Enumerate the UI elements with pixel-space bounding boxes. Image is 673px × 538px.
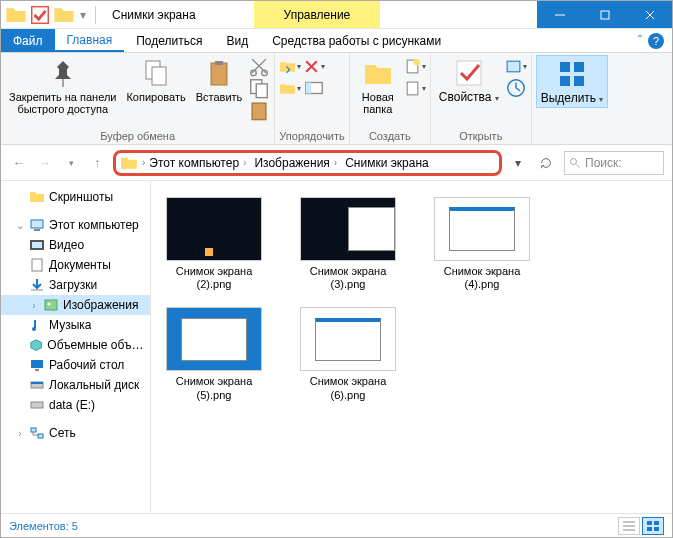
delete-icon[interactable]: ▾ xyxy=(303,55,325,77)
tree-item-data-e[interactable]: data (E:) xyxy=(1,395,150,415)
thumbnail xyxy=(300,307,396,371)
svg-point-30 xyxy=(48,303,51,306)
folder-icon[interactable] xyxy=(5,4,27,26)
folder-icon[interactable] xyxy=(53,4,75,26)
tree-item-local-disk[interactable]: Локальный диск xyxy=(1,375,150,395)
refresh-button[interactable] xyxy=(534,151,558,175)
image-icon xyxy=(43,297,59,313)
rename-icon[interactable] xyxy=(303,77,325,99)
minimize-button[interactable] xyxy=(537,1,582,28)
collapse-ribbon-icon[interactable]: ˆ xyxy=(638,34,642,48)
file-item[interactable]: Снимок экрана (5).png xyxy=(159,307,269,401)
svg-rect-1 xyxy=(601,11,609,19)
recent-locations-icon[interactable]: ▾ xyxy=(61,153,81,173)
download-icon xyxy=(29,277,45,293)
body: Скриншоты ⌄Этот компьютер Видео Документ… xyxy=(1,181,672,513)
ribbon-group-open: Свойства ▾ ▾ Открыть xyxy=(431,53,532,144)
tree-item-this-pc[interactable]: ⌄Этот компьютер xyxy=(1,215,150,235)
status-bar: Элементов: 5 xyxy=(1,513,672,537)
qat-item[interactable] xyxy=(29,4,51,26)
back-button[interactable]: ← xyxy=(9,153,29,173)
cut-icon[interactable] xyxy=(248,55,270,77)
select-all-icon xyxy=(556,58,588,90)
svg-rect-33 xyxy=(35,369,39,371)
paste-button[interactable]: Вставить xyxy=(192,55,247,105)
svg-rect-32 xyxy=(31,360,43,368)
svg-rect-25 xyxy=(34,229,40,231)
svg-point-23 xyxy=(571,158,577,164)
pc-icon xyxy=(29,217,45,233)
cube-icon xyxy=(29,337,43,353)
maximize-button[interactable] xyxy=(582,1,627,28)
pin-button[interactable]: Закрепить на панели быстрого доступа xyxy=(5,55,120,117)
paste-shortcut-icon[interactable] xyxy=(248,99,270,121)
easy-access-icon[interactable]: ▾ xyxy=(404,77,426,99)
move-to-icon[interactable]: ▾ xyxy=(279,55,301,77)
file-item[interactable]: Снимок экрана (2).png xyxy=(159,197,269,291)
svg-rect-37 xyxy=(31,428,36,432)
forward-button[interactable]: → xyxy=(35,153,55,173)
svg-point-14 xyxy=(413,59,419,65)
thumbnail xyxy=(434,197,530,261)
tree-item-network[interactable]: ›Сеть xyxy=(1,423,150,443)
svg-rect-10 xyxy=(252,103,266,120)
tree-item-3d-objects[interactable]: Объемные объекты xyxy=(1,335,150,355)
copy-button[interactable]: Копировать xyxy=(122,55,189,105)
tab-file[interactable]: Файл xyxy=(1,29,55,52)
breadcrumb-leaf[interactable]: Снимки экрана xyxy=(341,156,433,170)
copy-to-icon[interactable]: ▾ xyxy=(279,77,301,99)
navigation-bar: ← → ▾ ↑ › Этот компьютер› Изображения› С… xyxy=(1,145,672,181)
svg-rect-20 xyxy=(574,62,584,72)
svg-rect-42 xyxy=(654,527,659,531)
pin-icon xyxy=(47,57,79,89)
contextual-tab-header: Управление xyxy=(254,1,381,28)
ribbon-group-organize: ▾ ▾ ▾ Упорядочить xyxy=(275,53,349,144)
ribbon-group-select: Выделить ▾ xyxy=(532,53,613,144)
address-bar[interactable]: › Этот компьютер› Изображения› Снимки эк… xyxy=(113,150,502,176)
breadcrumb-root[interactable]: Этот компьютер› xyxy=(145,156,250,170)
search-icon xyxy=(569,157,581,169)
svg-rect-29 xyxy=(45,300,57,310)
document-icon xyxy=(29,257,45,273)
tree-item-images[interactable]: ›Изображения xyxy=(1,295,150,315)
tab-picture-tools[interactable]: Средства работы с рисунками xyxy=(260,29,453,52)
file-item[interactable]: Снимок экрана (4).png xyxy=(427,197,537,291)
copy-path-icon[interactable] xyxy=(248,77,270,99)
history-icon[interactable] xyxy=(505,77,527,99)
search-input[interactable]: Поиск: xyxy=(564,151,664,175)
svg-rect-3 xyxy=(152,67,166,85)
tab-home[interactable]: Главная xyxy=(55,29,125,52)
svg-rect-12 xyxy=(306,83,312,94)
address-dropdown-icon[interactable]: ▾ xyxy=(508,156,528,170)
help-icon[interactable]: ? xyxy=(648,33,664,49)
tab-share[interactable]: Поделиться xyxy=(124,29,214,52)
file-item[interactable]: Снимок экрана (6).png xyxy=(293,307,403,401)
tab-view[interactable]: Вид xyxy=(214,29,260,52)
tree-item-video[interactable]: Видео xyxy=(1,235,150,255)
collapse-icon[interactable]: ⌄ xyxy=(15,220,25,231)
tree-item-screenshots[interactable]: Скриншоты xyxy=(1,187,150,207)
breadcrumb-images[interactable]: Изображения› xyxy=(250,156,341,170)
music-icon xyxy=(29,317,45,333)
new-folder-button[interactable]: Новая папка xyxy=(354,55,402,117)
up-button[interactable]: ↑ xyxy=(87,153,107,173)
tree-item-downloads[interactable]: Загрузки xyxy=(1,275,150,295)
tree-item-desktop[interactable]: Рабочий стол xyxy=(1,355,150,375)
select-button[interactable]: Выделить ▾ xyxy=(536,55,609,108)
tree-item-documents[interactable]: Документы xyxy=(1,255,150,275)
svg-rect-0 xyxy=(32,6,49,23)
svg-rect-27 xyxy=(32,242,42,248)
details-view-button[interactable] xyxy=(618,517,640,535)
file-item[interactable]: Снимок экрана (3).png xyxy=(293,197,403,291)
expand-icon[interactable]: › xyxy=(15,428,25,439)
tree-item-music[interactable]: Музыка xyxy=(1,315,150,335)
properties-button[interactable]: Свойства ▾ xyxy=(435,55,503,106)
close-button[interactable] xyxy=(627,1,672,28)
expand-icon[interactable]: › xyxy=(29,300,39,311)
new-item-icon[interactable]: ▾ xyxy=(404,55,426,77)
svg-rect-19 xyxy=(560,62,570,72)
open-icon[interactable]: ▾ xyxy=(505,55,527,77)
quick-access-toolbar: ▾ xyxy=(1,1,104,28)
qat-dropdown-icon[interactable]: ▾ xyxy=(77,4,89,26)
thumbnails-view-button[interactable] xyxy=(642,517,664,535)
